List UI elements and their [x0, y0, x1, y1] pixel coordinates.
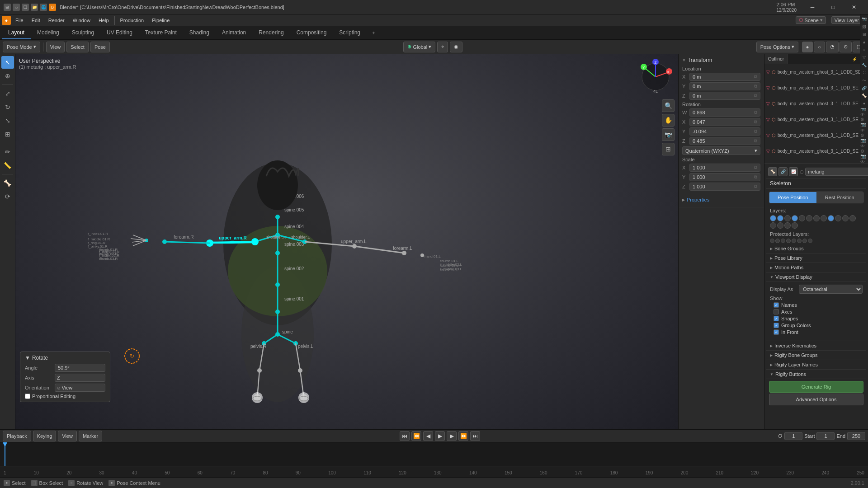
- list-item[interactable]: ▽ ⬡ body_mp_western_ghost_3_1_LOD0_SE 👁 …: [764, 64, 868, 80]
- layer-dot-5[interactable]: [799, 215, 805, 221]
- sc-z-input[interactable]: 1.000 ⧉: [689, 183, 760, 191]
- show-axes-checkbox[interactable]: [774, 309, 779, 314]
- tab-scripting[interactable]: Scripting: [333, 26, 367, 39]
- show-group-colors-checkbox[interactable]: [774, 323, 779, 328]
- layer-dot-6[interactable]: [806, 215, 812, 221]
- scale-tool[interactable]: ⤡: [1, 114, 14, 127]
- close-btn[interactable]: ✕: [844, 0, 864, 14]
- view-menu[interactable]: View: [46, 42, 65, 52]
- jump-start-btn[interactable]: ⏮: [400, 431, 410, 441]
- tab-animation[interactable]: Animation: [216, 26, 252, 39]
- blender-icon[interactable]: B: [49, 4, 56, 11]
- prot-layer-6[interactable]: [797, 239, 802, 243]
- list-item[interactable]: ▽ ⬡ body_mp_western_ghost_3_1_LOD_SE 👁 ⚙…: [764, 159, 868, 164]
- scene-selector[interactable]: ⬡ Scene ▾: [796, 16, 826, 24]
- prot-layer-1[interactable]: [770, 239, 774, 243]
- menu-pipeline[interactable]: Pipeline: [148, 16, 173, 24]
- menu-window[interactable]: Window: [69, 16, 94, 24]
- minimize-btn[interactable]: ─: [802, 0, 823, 14]
- maximize-btn[interactable]: □: [823, 0, 844, 14]
- prev-frame-btn[interactable]: ◀: [423, 431, 433, 441]
- select-menu[interactable]: Select: [66, 42, 89, 52]
- mode-selector[interactable]: Pose Mode ▾: [3, 42, 40, 52]
- loc-z-input[interactable]: 0 m ⧉: [689, 92, 760, 100]
- select-tool[interactable]: ↖: [1, 56, 14, 69]
- loc-x-input[interactable]: 0 m ⧉: [689, 73, 760, 81]
- window-controls[interactable]: ─ □ ✕: [802, 0, 864, 14]
- outliner-filter-btn[interactable]: ⚡: [851, 56, 858, 63]
- tab-shading[interactable]: Shading: [183, 26, 216, 39]
- prot-layer-5[interactable]: [792, 239, 796, 243]
- layer-dot-3[interactable]: [784, 215, 791, 221]
- timeline-keying-menu[interactable]: Keying: [33, 431, 57, 441]
- search-icon[interactable]: ⌕: [13, 4, 20, 11]
- axis-select[interactable]: Z: [55, 374, 105, 382]
- layer-dot-2[interactable]: [777, 215, 783, 221]
- rigify-layer-names-section[interactable]: ▶ Rigify Layer Names: [766, 360, 866, 370]
- list-item[interactable]: ▽ ⬡ body_mp_western_ghost_3_1_LOD_SE 👁 ⚙…: [764, 143, 868, 159]
- prot-layer-3[interactable]: [781, 239, 785, 243]
- proportional-checkbox[interactable]: [25, 394, 30, 399]
- pose-options-btn[interactable]: Pose Options ▾: [756, 42, 798, 52]
- layer-dot-14[interactable]: [777, 222, 783, 229]
- timeline-view-menu[interactable]: View: [58, 431, 77, 441]
- rot-x-input[interactable]: 0.047 ⧉: [689, 118, 760, 126]
- tab-rendering[interactable]: Rendering: [252, 26, 290, 39]
- measure-tool[interactable]: 📏: [1, 159, 14, 172]
- metarig-name-input[interactable]: [805, 168, 868, 176]
- cursor-tool[interactable]: ⊕: [1, 70, 14, 82]
- menu-help[interactable]: Help: [95, 16, 113, 24]
- pose-position-btn[interactable]: Pose Position: [769, 192, 816, 203]
- angle-input[interactable]: 50.9°: [55, 364, 105, 372]
- windows-taskbar-icons[interactable]: ⊞ ⌕ ❑ 📁 🌐 B: [4, 4, 56, 11]
- annotate-tool[interactable]: ✏: [1, 145, 14, 158]
- folder-icon[interactable]: 📁: [31, 4, 38, 11]
- rot-mode-select[interactable]: Quaternion (WXYZ) ▾: [682, 146, 760, 155]
- viewport-shading-rendered[interactable]: ○: [814, 42, 825, 52]
- bone-groups-section[interactable]: ▶ Bone Groups: [766, 244, 866, 253]
- global-selector[interactable]: ⊕ Global ▾: [403, 42, 435, 52]
- layer-dot-9[interactable]: [828, 215, 834, 221]
- add-workspace-btn[interactable]: ＋: [367, 26, 381, 39]
- advanced-options-button[interactable]: Advanced Options: [769, 394, 863, 405]
- snap-toggle[interactable]: ⌖: [437, 42, 448, 52]
- driver-icon-btn[interactable]: 📈: [789, 167, 798, 176]
- sc-y-input[interactable]: 1.000 ⧉: [689, 173, 760, 181]
- roll-tool[interactable]: ⟳: [1, 190, 14, 203]
- display-as-select[interactable]: Octahedral: [799, 285, 863, 294]
- layer-dot-11[interactable]: [842, 215, 849, 221]
- pose-tool[interactable]: 🦴: [1, 177, 14, 189]
- orientation-select[interactable]: ⊙ View: [55, 384, 105, 392]
- tab-layout[interactable]: Layout: [2, 26, 31, 39]
- layer-dot-15[interactable]: [784, 222, 791, 229]
- taskview-icon[interactable]: ❑: [22, 4, 29, 11]
- layer-dot-7[interactable]: [813, 215, 820, 221]
- list-item[interactable]: ▽ ⬡ body_mp_western_ghost_3_1_LOD_SE 👁 ⚙…: [764, 96, 868, 112]
- viewport-shading-solid[interactable]: ●: [802, 42, 813, 52]
- jump-end-btn[interactable]: ⏭: [470, 431, 480, 441]
- timeline-playback-menu[interactable]: Playback: [3, 431, 31, 441]
- start-frame-input[interactable]: 1: [816, 432, 835, 440]
- transform-header[interactable]: ▼ Transform: [682, 57, 760, 63]
- show-shapes-checkbox[interactable]: [774, 316, 779, 321]
- viewport-shading-material[interactable]: ◔: [826, 42, 839, 52]
- next-frame-btn[interactable]: ▶: [447, 431, 457, 441]
- menu-file[interactable]: File: [12, 16, 27, 24]
- end-frame-input[interactable]: 250: [847, 432, 865, 440]
- transform-tool[interactable]: ⊞: [1, 128, 14, 141]
- show-names-checkbox[interactable]: [774, 302, 779, 308]
- current-frame-input[interactable]: 1: [784, 432, 802, 440]
- layer-dot-4[interactable]: [792, 215, 798, 221]
- prev-keyframe-btn[interactable]: ⏪: [411, 431, 421, 441]
- timeline-marker-menu[interactable]: Marker: [79, 431, 102, 441]
- rest-position-btn[interactable]: Rest Position: [816, 192, 863, 203]
- menu-production[interactable]: Production: [117, 16, 148, 24]
- layer-dot-1[interactable]: [770, 215, 776, 221]
- browser-icon[interactable]: 🌐: [40, 4, 47, 11]
- prot-layer-2[interactable]: [775, 239, 780, 243]
- pose-menu[interactable]: Pose: [90, 42, 110, 52]
- prot-layer-7[interactable]: [802, 239, 807, 243]
- layer-dot-8[interactable]: [821, 215, 827, 221]
- menu-render[interactable]: Render: [45, 16, 68, 24]
- play-btn[interactable]: ▶: [435, 431, 445, 441]
